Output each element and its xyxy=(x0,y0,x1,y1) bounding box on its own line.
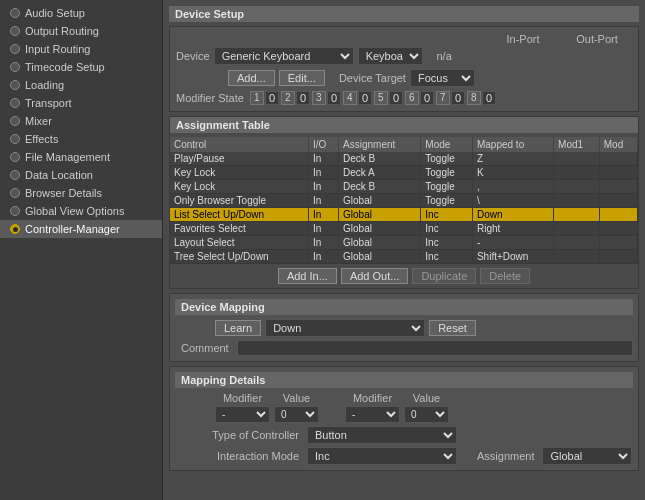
table-row[interactable]: Layout SelectInGlobalInc- xyxy=(170,236,638,250)
value-select-1[interactable]: 0 xyxy=(274,406,319,423)
sidebar-item-timecode-setup[interactable]: Timecode Setup xyxy=(0,58,162,76)
table-column-header: Mod xyxy=(599,137,637,152)
value-select-2[interactable]: 0 xyxy=(404,406,449,423)
sidebar-item-transport[interactable]: Transport xyxy=(0,94,162,112)
table-cell xyxy=(599,250,637,264)
interaction-label: Interaction Mode xyxy=(179,450,299,462)
sidebar-item-label: Input Routing xyxy=(25,43,90,55)
table-cell: Tree Select Up/Down xyxy=(170,250,309,264)
table-column-header: Assignment xyxy=(339,137,421,152)
table-cell xyxy=(554,180,600,194)
table-cell: Global xyxy=(339,208,421,222)
table-cell: In xyxy=(309,208,339,222)
modifier-number: 8 xyxy=(467,91,481,105)
type-select[interactable]: Button xyxy=(307,426,457,444)
table-row[interactable]: Play/PauseInDeck BToggleZ xyxy=(170,152,638,166)
bullet-icon xyxy=(10,44,20,54)
modifier-select-1[interactable]: - xyxy=(215,406,270,423)
assignment-select[interactable]: Global xyxy=(542,447,632,465)
table-cell: Toggle xyxy=(421,166,473,180)
modifier-value-input[interactable] xyxy=(420,91,434,105)
delete-button[interactable]: Delete xyxy=(480,268,530,284)
modifier-value-input[interactable] xyxy=(358,91,372,105)
modifier-col-label-2: Modifier xyxy=(353,392,392,404)
table-row[interactable]: Tree Select Up/DownInGlobalIncShift+Down xyxy=(170,250,638,264)
edit-button[interactable]: Edit... xyxy=(279,70,325,86)
sidebar-item-input-routing[interactable]: Input Routing xyxy=(0,40,162,58)
bullet-icon xyxy=(10,188,20,198)
bullet-icon xyxy=(10,80,20,90)
sidebar-item-label: File Management xyxy=(25,151,110,163)
table-row[interactable]: Key LockInDeck BToggle, xyxy=(170,180,638,194)
modifier-number: 3 xyxy=(312,91,326,105)
sidebar-item-file-management[interactable]: File Management xyxy=(0,148,162,166)
modifier-value-input[interactable] xyxy=(389,91,403,105)
sidebar-item-mixer[interactable]: Mixer xyxy=(0,112,162,130)
sidebar-item-loading[interactable]: Loading xyxy=(0,76,162,94)
device-select[interactable]: Generic Keyboard xyxy=(214,47,354,65)
modifier-value-input[interactable] xyxy=(451,91,465,105)
sidebar-item-label: Transport xyxy=(25,97,72,109)
table-cell: Toggle xyxy=(421,194,473,208)
bullet-icon xyxy=(10,116,20,126)
sidebar-item-data-location[interactable]: Data Location xyxy=(0,166,162,184)
sidebar-item-controller-manager[interactable]: Controller-Manager xyxy=(0,220,162,238)
sidebar-item-global-view-options[interactable]: Global View Options xyxy=(0,202,162,220)
table-cell: Only Browser Toggle xyxy=(170,194,309,208)
table-row[interactable]: List Select Up/DownInGlobalIncDown xyxy=(170,208,638,222)
sidebar-item-label: Loading xyxy=(25,79,64,91)
table-column-header: Mapped to xyxy=(472,137,553,152)
add-button[interactable]: Add... xyxy=(228,70,275,86)
bullet-icon xyxy=(10,224,20,234)
comment-input[interactable] xyxy=(237,340,633,356)
table-cell: Z xyxy=(472,152,553,166)
table-cell: Right xyxy=(472,222,553,236)
learn-button[interactable]: Learn xyxy=(215,320,261,336)
table-cell: Inc xyxy=(421,236,473,250)
table-row[interactable]: Key LockInDeck AToggleK xyxy=(170,166,638,180)
modifier-value-input[interactable] xyxy=(296,91,310,105)
table-cell: Key Lock xyxy=(170,166,309,180)
modifier-value-input[interactable] xyxy=(482,91,496,105)
table-cell: \ xyxy=(472,194,553,208)
table-row[interactable]: Favorites SelectInGlobalIncRight xyxy=(170,222,638,236)
modifier-cell: 3 xyxy=(312,91,341,105)
sidebar-item-audio-setup[interactable]: Audio Setup xyxy=(0,4,162,22)
assignment-table: ControlI/OAssignmentModeMapped toMod1Mod… xyxy=(170,137,638,264)
table-cell xyxy=(554,250,600,264)
assignment-label: Assignment xyxy=(477,450,534,462)
table-cell: List Select Up/Down xyxy=(170,208,309,222)
add-out-button[interactable]: Add Out... xyxy=(341,268,409,284)
table-column-header: Mode xyxy=(421,137,473,152)
reset-button[interactable]: Reset xyxy=(429,320,476,336)
bullet-icon xyxy=(10,206,20,216)
sidebar-item-output-routing[interactable]: Output Routing xyxy=(0,22,162,40)
sidebar-item-browser-details[interactable]: Browser Details xyxy=(0,184,162,202)
device-target-select[interactable]: Focus xyxy=(410,69,475,87)
table-cell xyxy=(599,236,637,250)
mapping-details-panel: Mapping Details Modifier - Value 0 xyxy=(169,366,639,471)
interaction-select[interactable]: Inc xyxy=(307,447,457,465)
table-cell: Favorites Select xyxy=(170,222,309,236)
table-column-header: Control xyxy=(170,137,309,152)
table-row[interactable]: Only Browser ToggleInGlobalToggle\ xyxy=(170,194,638,208)
add-in-button[interactable]: Add In... xyxy=(278,268,337,284)
sidebar-item-effects[interactable]: Effects xyxy=(0,130,162,148)
modifier-number: 6 xyxy=(405,91,419,105)
modifier-col-label-1: Modifier xyxy=(223,392,262,404)
assignment-table-container[interactable]: ControlI/OAssignmentModeMapped toMod1Mod… xyxy=(170,137,638,264)
modifier-select-2[interactable]: - xyxy=(345,406,400,423)
table-cell: Toggle xyxy=(421,152,473,166)
out-port-label: Out-Port xyxy=(562,33,632,45)
duplicate-button[interactable]: Duplicate xyxy=(412,268,476,284)
mapped-value-select[interactable]: Down xyxy=(265,319,425,337)
table-cell: K xyxy=(472,166,553,180)
table-cell: Shift+Down xyxy=(472,250,553,264)
modifier-value-input[interactable] xyxy=(265,91,279,105)
value-col-label-1: Value xyxy=(283,392,310,404)
device-mapping-title: Device Mapping xyxy=(175,299,633,315)
in-port-select[interactable]: Keyboarc xyxy=(358,47,423,65)
table-cell xyxy=(599,180,637,194)
modifier-value-input[interactable] xyxy=(327,91,341,105)
comment-label: Comment xyxy=(181,342,229,354)
